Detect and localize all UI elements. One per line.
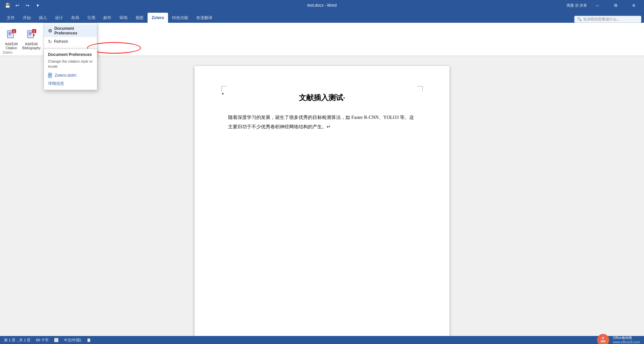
- tab-file[interactable]: 文件: [3, 13, 19, 23]
- svg-rect-13: [49, 74, 51, 75]
- refresh-menu-item[interactable]: ↻ Refresh: [44, 37, 97, 46]
- brand-logo-text: O365: [600, 337, 605, 343]
- tooltip-detail-link[interactable]: 详细信息: [48, 81, 64, 86]
- word-count: 60 个字: [36, 338, 48, 343]
- language[interactable]: 中文(中国): [64, 338, 81, 343]
- svg-rect-3: [8, 35, 11, 35]
- svg-rect-2: [8, 33, 12, 34]
- minimize-button[interactable]: ─: [590, 0, 605, 11]
- tab-insert[interactable]: 插入: [35, 13, 51, 23]
- add-edit-citation-label: Add/EditCitation: [5, 42, 18, 50]
- document-preferences-menu-item[interactable]: ⚙ Document Preferences: [44, 24, 97, 37]
- tab-layout[interactable]: 布局: [67, 13, 83, 23]
- add-edit-citation-icon: Z: [6, 28, 17, 42]
- body-line-1: 随着深度学习的发展，诞生了很多优秀的目标检测算法，如 Faster R-CNN、…: [228, 115, 414, 120]
- add-edit-bibliography-label: Add/EditBibliography: [22, 42, 41, 50]
- add-edit-bibliography-icon: Z: [26, 28, 37, 42]
- window-title: test.docx - Word: [307, 3, 336, 8]
- tooltip-title: Document Preferences: [48, 52, 93, 57]
- file-icon: [48, 73, 53, 78]
- svg-rect-15: [49, 76, 51, 77]
- document-preferences-label: Document Preferences: [54, 26, 93, 36]
- svg-rect-14: [49, 75, 51, 76]
- brand-url: www.office26.com: [613, 340, 640, 344]
- tab-view[interactable]: 视图: [131, 13, 148, 23]
- tooltip-filename: Zotero.dotm: [55, 73, 76, 78]
- svg-rect-9: [29, 35, 31, 35]
- tab-references[interactable]: 引用: [83, 13, 99, 23]
- brand-logo: O365: [597, 334, 609, 344]
- document-body[interactable]: 随着深度学习的发展，诞生了很多优秀的目标检测算法，如 Faster R-CNN、…: [228, 113, 416, 132]
- user-name: 周晨 ⓐ 共享: [567, 3, 587, 8]
- svg-rect-1: [8, 32, 12, 32]
- document-title: 文献插入测试·: [228, 93, 416, 103]
- page-bullet: ■: [222, 92, 224, 95]
- document-page: ■ 文献插入测试· 随着深度学习的发展，诞生了很多优秀的目标检测算法，如 Fas…: [195, 66, 449, 336]
- body-line-2: 主要归功于不少优秀卷积神经网络结构的产生。↵: [228, 124, 331, 129]
- status-bar-right: O365 Office教程网 www.office26.com: [597, 334, 640, 344]
- svg-rect-8: [29, 33, 32, 34]
- redo-qat-button[interactable]: ↪: [23, 1, 32, 10]
- svg-text:Z: Z: [33, 30, 35, 33]
- page-corner-tr: [417, 86, 423, 91]
- svg-rect-7: [29, 32, 33, 32]
- add-edit-bibliography-button[interactable]: Z Add/EditBibliography: [20, 27, 43, 51]
- search-placeholder: 告诉我你想要做什么...: [583, 17, 620, 22]
- ribbon-tabs: 文件 开始 插入 设计 布局 引用 邮件 审阅 视图 Zotero 特色功能 有…: [0, 11, 644, 23]
- track-changes-icon: ⬜: [54, 338, 59, 342]
- document-area: ■ 文献插入测试· 随着深度学习的发展，诞生了很多优秀的目标检测算法，如 Fas…: [0, 56, 644, 336]
- tab-design[interactable]: 设计: [51, 13, 67, 23]
- brand-info: Office教程网 www.office26.com: [613, 336, 640, 344]
- customize-qat-button[interactable]: ▾: [33, 1, 42, 10]
- undo-qat-button[interactable]: ↩: [13, 1, 22, 10]
- brand-label: Office教程网: [613, 336, 640, 340]
- title-bar: 💾 ↩ ↪ ▾ test.docx - Word 周晨 ⓐ 共享 ─ ⧉ ✕: [0, 0, 644, 11]
- zotero-group-label: Zotero: [3, 51, 12, 54]
- status-bar-left: 第 1 页，共 1 页 60 个字 ⬜ 中文(中国) 📋: [4, 338, 91, 343]
- page-corner-tl: [221, 86, 227, 91]
- tooltip-popup: Document Preferences Change the citation…: [44, 49, 97, 90]
- format-icon: 📋: [87, 338, 91, 342]
- search-icon: 🔍: [577, 17, 582, 21]
- page-info: 第 1 页，共 1 页: [4, 338, 31, 343]
- add-edit-citation-button[interactable]: Z Add/EditCitation: [3, 27, 20, 51]
- user-area: 周晨 ⓐ 共享 ─ ⧉ ✕: [567, 0, 641, 11]
- title-bar-left: 💾 ↩ ↪ ▾: [3, 1, 42, 10]
- tab-translate[interactable]: 有道翻译: [192, 13, 216, 23]
- svg-text:Z: Z: [13, 30, 15, 33]
- ribbon-search[interactable]: 🔍 告诉我你想要做什么...: [574, 16, 641, 23]
- save-qat-button[interactable]: 💾: [3, 1, 12, 10]
- tab-special[interactable]: 特色功能: [168, 13, 192, 23]
- tooltip-file[interactable]: Zotero.dotm: [48, 73, 93, 78]
- quick-access-toolbar: 💾 ↩ ↪ ▾: [3, 1, 42, 10]
- document-preferences-icon: ⚙: [48, 28, 52, 33]
- tooltip-description: Change the citation style or locale: [48, 59, 93, 69]
- tab-mailings[interactable]: 邮件: [99, 13, 115, 23]
- refresh-label: Refresh: [54, 39, 68, 44]
- refresh-icon: ↻: [48, 39, 52, 44]
- status-bar: 第 1 页，共 1 页 60 个字 ⬜ 中文(中国) 📋 O365 Office…: [0, 336, 644, 344]
- tab-review[interactable]: 审阅: [115, 13, 131, 23]
- restore-button[interactable]: ⧉: [608, 0, 623, 11]
- tab-home[interactable]: 开始: [19, 13, 35, 23]
- tab-zotero[interactable]: Zotero: [148, 13, 168, 23]
- close-button[interactable]: ✕: [626, 0, 641, 11]
